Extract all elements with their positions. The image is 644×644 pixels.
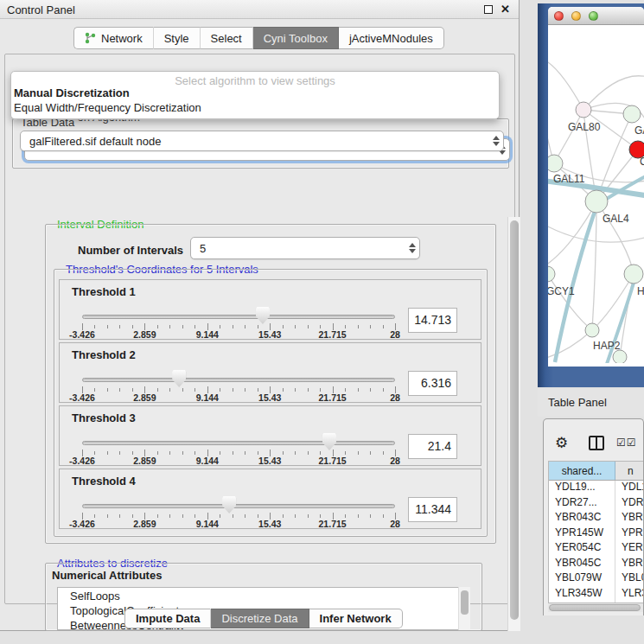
threshold-3-panel: Threshold 3 -3.4262.8599.14415.4321.7152… [59, 405, 481, 466]
node-gcy1 [548, 266, 555, 282]
algorithm-hint-text: Select algorithm to view settings [11, 74, 499, 87]
dropdown-item-manual-discretization[interactable]: Manual Discretization [14, 86, 130, 99]
svg-text:HAP2: HAP2 [593, 340, 621, 352]
tab-network[interactable]: Network [73, 27, 154, 49]
control-panel-titlebar[interactable]: Control Panel ✕ [0, 0, 519, 19]
number-of-intervals-label: Number of Intervals [78, 244, 183, 257]
table-row[interactable]: YBR045C YBR0 [549, 557, 644, 572]
horizontal-scrollbar[interactable] [548, 603, 644, 612]
algorithm-dropdown-popup: Select algorithm to view settings Manual… [10, 71, 500, 119]
slider-thumb[interactable] [256, 307, 270, 324]
svg-text:GA: GA [634, 124, 644, 137]
threshold-3-value-field[interactable]: 21.4 [408, 434, 457, 459]
table-row[interactable]: YER054C YER0 [549, 541, 644, 557]
svg-text:GAL11: GAL11 [553, 173, 585, 185]
table-row[interactable]: YDR27... YDR2 [549, 496, 644, 512]
mac-zoom-icon[interactable] [589, 11, 598, 21]
svg-text:C: C [640, 156, 644, 168]
vertical-scrollbar-thumb[interactable] [510, 220, 519, 620]
node-hap2 [585, 323, 599, 337]
close-icon[interactable]: ✕ [501, 3, 510, 16]
numerical-attributes-label: Numerical Attributes [52, 569, 162, 582]
checkbox-icons[interactable]: ☑☑ [616, 437, 637, 449]
control-panel-tabbar: Network Style Select Cyni Toolbox jActiv… [73, 27, 444, 49]
network-window-titlebar[interactable] [548, 7, 644, 25]
table-browser-window: ⚙ ☑☑ shared... n YDL19... YDL1 YDR27... … [543, 418, 644, 615]
tab-cyni-toolbox[interactable]: Cyni Toolbox [253, 27, 339, 49]
list-scrollbar-thumb[interactable] [461, 590, 469, 615]
node-attribute-table: shared... n YDL19... YDL1 YDR27... YDR2 … [548, 461, 644, 603]
network-canvas[interactable]: GAL80 GA GAL11 C GAL4 GCY1 H HAP2 [548, 25, 644, 363]
threshold-4-panel: Threshold 4 -3.4262.8599.14415.4321.7152… [59, 469, 481, 529]
number-of-intervals-combobox[interactable]: 5 [190, 237, 420, 259]
table-panel-title: Table Panel [548, 396, 607, 409]
tab-jactivemnodules[interactable]: jActiveMNodules [339, 27, 444, 49]
node-gal4 [585, 190, 608, 213]
network-window[interactable]: GAL80 GA GAL11 C GAL4 GCY1 H HAP2 [548, 7, 644, 367]
network-icon [85, 32, 96, 44]
node-gal11 [548, 155, 563, 172]
combo-stepper-icon [405, 238, 419, 258]
float-window-icon[interactable] [484, 5, 493, 14]
table-row[interactable]: YDL19... YDL1 [549, 481, 644, 496]
table-body: YDL19... YDL1 YDR27... YDR2 YBR043C YBR0… [549, 481, 644, 603]
threshold-2-slider[interactable]: -3.4262.8599.14415.4321.71528 [82, 370, 395, 401]
column-layout-icon[interactable] [589, 436, 604, 450]
slider-thumb[interactable] [222, 496, 236, 513]
table-row[interactable]: YPR145W YPR1 [549, 526, 644, 542]
settings-scrollpane: Interval Definition Number of Intervals … [16, 217, 520, 631]
cyni-bottom-tabbar: Impute Data Discretize Data Infer Networ… [124, 609, 403, 628]
table-row[interactable]: YLR345W YLR3 [549, 587, 644, 603]
mac-close-icon[interactable] [554, 11, 564, 21]
tab-select[interactable]: Select [201, 27, 253, 49]
dropdown-item-equal-width-frequency[interactable]: Equal Width/Frequency Discretization [14, 101, 201, 114]
node-ga [623, 105, 641, 123]
threshold-2-panel: Threshold 2 -3.4262.8599.14415.4321.7152… [59, 342, 481, 403]
threshold-1-slider[interactable]: -3.4262.8599.14415.4321.71528 [82, 307, 395, 338]
table-data-combobox[interactable]: galFiltered.sif default node [20, 131, 504, 151]
vertical-scrollbar[interactable] [507, 217, 520, 631]
column-header-shared[interactable]: shared... [549, 462, 615, 480]
list-item[interactable]: SelfLoops [58, 588, 469, 603]
cyni-content-panel: Discretization Algorithm Table Data galF… [4, 54, 515, 604]
tab-impute-data[interactable]: Impute Data [124, 609, 211, 628]
network-view-frame: GAL80 GA GAL11 C GAL4 GCY1 H HAP2 [538, 3, 644, 387]
svg-text:GAL4: GAL4 [603, 213, 629, 225]
combo-stepper-icon [489, 131, 503, 150]
threshold-1-value-field[interactable]: 14.713 [408, 308, 457, 333]
tab-discretize-data[interactable]: Discretize Data [211, 609, 309, 628]
tab-style[interactable]: Style [154, 27, 201, 49]
table-row[interactable]: YBR043C YBR0 [549, 511, 644, 526]
slider-thumb[interactable] [322, 433, 336, 450]
table-header-row: shared... n [549, 462, 644, 481]
node-gal80 [576, 102, 591, 118]
tab-infer-network[interactable]: Infer Network [309, 609, 403, 628]
control-panel-window: Control Panel ✕ Network Style Select Cyn… [0, 0, 520, 631]
svg-text:GCY1: GCY1 [548, 285, 575, 297]
threshold-3-slider[interactable]: -3.4262.8599.14415.4321.71528 [82, 433, 395, 464]
mac-minimize-icon[interactable] [571, 11, 581, 21]
table-row[interactable]: YBL079W YBL0 [549, 571, 644, 587]
column-header-name[interactable]: n [615, 462, 644, 480]
slider-thumb[interactable] [172, 370, 186, 387]
threshold-1-panel: Threshold 1 -3.4262.8599.14415.4321.7152… [59, 279, 481, 340]
threshold-2-value-field[interactable]: 6.316 [408, 371, 457, 396]
svg-text:H: H [637, 285, 644, 297]
table-panel-header: Table Panel [538, 389, 644, 417]
threshold-4-slider[interactable]: -3.4262.8599.14415.4321.71528 [82, 496, 395, 527]
threshold-4-value-field[interactable]: 11.344 [408, 497, 457, 522]
list-scrollbar[interactable] [457, 587, 470, 630]
horizontal-scrollbar-thumb[interactable] [549, 604, 641, 611]
node-h [624, 265, 643, 284]
window-title: Control Panel [7, 3, 75, 16]
gear-icon[interactable]: ⚙ [555, 434, 568, 451]
node-bottom [613, 350, 627, 363]
svg-text:GAL80: GAL80 [568, 121, 601, 133]
